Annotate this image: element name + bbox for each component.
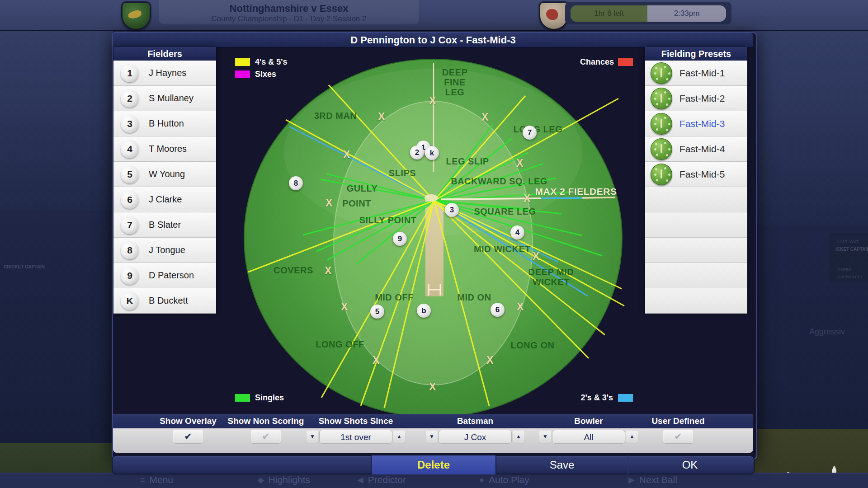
control-label-batsman: Batsman <box>457 416 493 426</box>
fielder-number-badge: 3 <box>121 115 139 133</box>
nav-item-auto-play[interactable]: ●Auto Play <box>479 474 529 485</box>
fielder-marker-5[interactable]: 5 <box>370 305 384 319</box>
time-left-segment: 1hr 6 left <box>571 5 647 22</box>
preset-label: Fast-Mid-1 <box>679 68 725 79</box>
fielder-row-K[interactable]: KB Duckett <box>113 288 216 314</box>
fielding-position-marker[interactable]: X <box>341 301 348 313</box>
fielder-row-8[interactable]: 8J Tongue <box>113 238 216 263</box>
checkbox-show-non-scoring[interactable]: ✔ <box>251 430 281 443</box>
fielder-marker-8[interactable]: 8 <box>289 176 303 190</box>
fielder-row-2[interactable]: 2S Mullaney <box>113 86 216 111</box>
fielder-row-6[interactable]: 6J Clarke <box>113 187 216 212</box>
fielder-name: D Paterson <box>149 270 194 281</box>
preset-row-fast-mid-5[interactable]: Fast-Mid-5 <box>645 162 747 187</box>
fielder-name: W Young <box>149 169 185 179</box>
preset-row-fast-mid-4[interactable]: Fast-Mid-4 <box>645 136 747 162</box>
background-dimmed-text: OVERS-LEFT <box>837 275 863 279</box>
field-position-label: LONG ON <box>511 340 555 350</box>
spinner-value-batsman: J Cox <box>439 430 512 444</box>
fielder-marker-2[interactable]: 2 <box>410 145 424 160</box>
fielder-row-1[interactable]: 1J Haynes <box>113 61 216 86</box>
spinner-down-batsman[interactable]: ▼ <box>426 431 438 443</box>
legend-swatch-chances <box>618 58 633 66</box>
fielder-marker-b[interactable]: b <box>417 304 431 318</box>
match-subtitle: County Championship - D1 - Day 2 Session… <box>159 14 419 23</box>
ok-button[interactable]: OK <box>628 455 751 474</box>
menu-icon: ≡ <box>140 475 145 485</box>
fielding-position-marker[interactable]: X <box>524 192 530 205</box>
fielder-number-badge: 9 <box>121 267 139 285</box>
fielding-position-marker[interactable]: X <box>486 354 493 366</box>
fielder-name: S Mullaney <box>149 93 193 103</box>
fielding-position-marker[interactable]: X <box>481 111 488 123</box>
nav-item-predictor[interactable]: ◀Predictor <box>357 474 406 485</box>
fielding-position-marker[interactable]: X <box>517 301 524 313</box>
fielding-position-marker[interactable]: X <box>378 111 385 123</box>
preset-empty-row <box>645 263 747 288</box>
field-preset-icon <box>651 62 672 84</box>
spinner-up-show shots since[interactable]: ▲ <box>393 431 405 443</box>
field-position-label: SLIPS <box>389 168 416 178</box>
fielding-position-marker[interactable]: X <box>343 149 350 161</box>
fielder-marker-9[interactable]: 9 <box>393 232 407 246</box>
fielder-marker-7[interactable]: 7 <box>523 126 537 140</box>
preset-empty-row <box>645 212 747 238</box>
spinner-down-show shots since[interactable]: ▼ <box>307 431 318 443</box>
fielder-name: B Duckett <box>149 296 188 306</box>
nav-item-label: Auto Play <box>489 474 529 485</box>
dialog-title: D Pennington to J Cox - Fast-Mid-3 <box>113 33 753 48</box>
fielding-position-marker[interactable]: X <box>325 265 331 277</box>
highlights-icon: ◆ <box>258 475 264 485</box>
preset-label: Fast-Mid-5 <box>679 169 725 180</box>
fielder-number-badge: 7 <box>121 216 139 234</box>
fielding-position-marker[interactable]: X <box>533 250 539 263</box>
away-team-badge <box>539 1 569 30</box>
preset-empty-row <box>645 187 747 212</box>
fielder-row-9[interactable]: 9D Paterson <box>113 263 216 288</box>
max-fielders-line <box>541 198 582 198</box>
preset-label: Fast-Mid-3 <box>679 118 725 129</box>
fielder-row-5[interactable]: 5W Young <box>113 162 216 187</box>
preset-row-fast-mid-1[interactable]: Fast-Mid-1 <box>645 61 747 86</box>
control-label-show-shots-since: Show Shots Since <box>319 416 393 426</box>
delete-button[interactable]: Delete <box>371 455 496 474</box>
fielder-row-3[interactable]: 3B Hutton <box>113 111 216 136</box>
legend-swatch-sixes <box>235 70 250 78</box>
app-stage: Nottinghamshire v Essex County Champions… <box>0 0 868 488</box>
fielding-position-marker[interactable]: X <box>429 381 436 393</box>
field-position-label: MID OFF <box>375 292 414 302</box>
spinner-up-bowler[interactable]: ▲ <box>626 431 638 443</box>
preset-row-fast-mid-3[interactable]: Fast-Mid-3 <box>645 111 747 136</box>
spinner-down-bowler[interactable]: ▼ <box>539 431 551 443</box>
max-fielders-line <box>582 197 615 198</box>
nav-item-next-ball[interactable]: ▶Next Ball <box>628 474 677 485</box>
checkbox-show-overlay[interactable]: ✔ <box>173 430 203 443</box>
legend-label-twos: 2's & 3's <box>580 394 613 402</box>
nav-item-highlights[interactable]: ◆Highlights <box>258 474 310 485</box>
control-label-show-non-scoring: Show Non Scoring <box>228 416 304 426</box>
preset-row-fast-mid-2[interactable]: Fast-Mid-2 <box>645 86 747 111</box>
fielder-name: T Moores <box>149 144 187 154</box>
fielding-position-marker[interactable]: X <box>429 95 436 107</box>
spinner-up-batsman[interactable]: ▲ <box>513 431 524 443</box>
fielder-row-7[interactable]: 7B Slater <box>113 212 216 238</box>
background-dimmed-text: CRICKET CAPTAIN <box>4 264 45 269</box>
fielding-position-marker[interactable]: X <box>326 197 332 209</box>
clock-segment: 2:33pm <box>647 5 726 22</box>
nav-item-menu[interactable]: ≡Menu <box>140 474 173 485</box>
save-button[interactable]: Save <box>496 455 628 474</box>
fielder-marker-3[interactable]: 3 <box>445 203 459 217</box>
fielder-row-4[interactable]: 4T Moores <box>113 136 216 162</box>
fielding-position-marker[interactable]: X <box>373 354 379 366</box>
legend-label-singles: Singles <box>255 394 284 402</box>
spinner-value-bowler: All <box>552 430 625 444</box>
fielding-position-marker[interactable]: X <box>516 157 523 169</box>
shot-origin <box>425 194 438 202</box>
nav-item-label: Highlights <box>269 474 310 485</box>
fielder-marker-k[interactable]: k <box>425 146 439 160</box>
fielder-marker-6[interactable]: 6 <box>491 303 505 317</box>
legend-swatch-singles <box>235 394 250 402</box>
field-preset-icon <box>651 113 672 135</box>
checkbox-user-defined[interactable]: ✔ <box>663 430 693 443</box>
fielder-marker-4[interactable]: 4 <box>510 225 524 239</box>
